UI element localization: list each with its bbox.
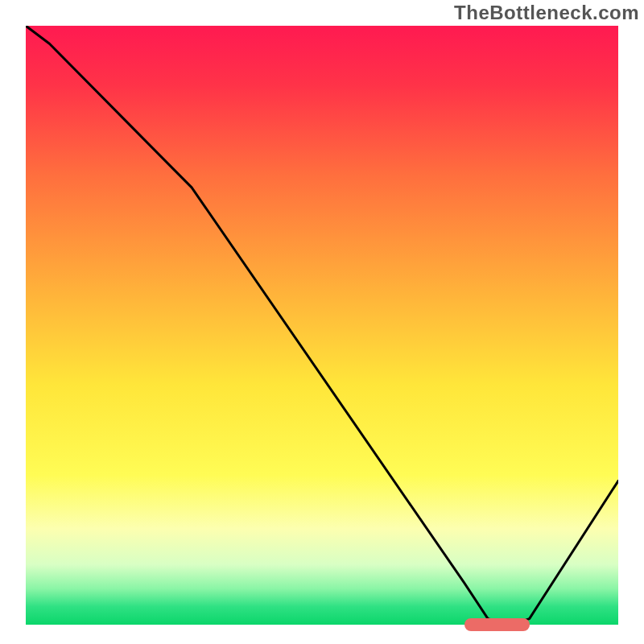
svg-rect-0 xyxy=(26,26,618,625)
chart-highlight-marker xyxy=(464,618,530,631)
chart-plot-area xyxy=(26,26,618,625)
watermark-text: TheBottleneck.com xyxy=(454,2,639,24)
chart-background-gradient xyxy=(26,26,618,625)
